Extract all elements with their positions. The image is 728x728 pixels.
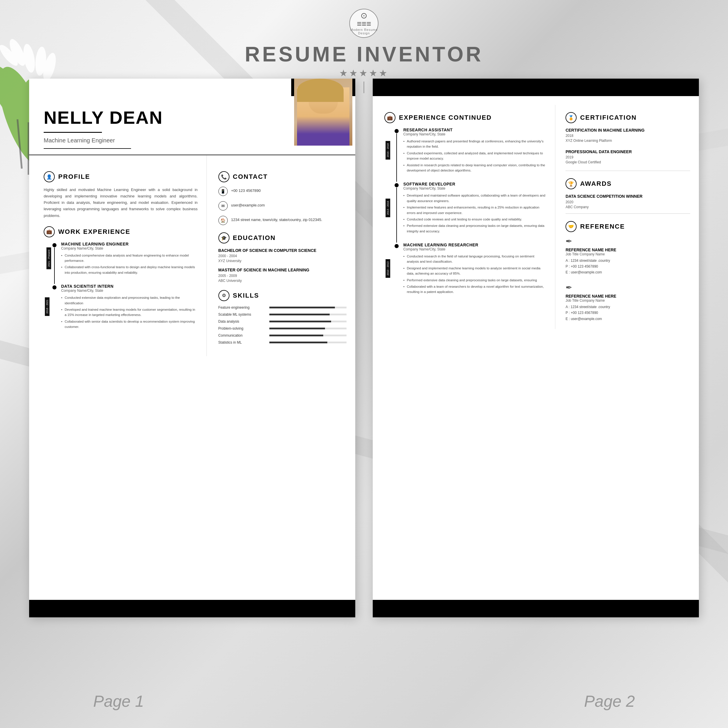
award1-title: DATA SCIENCE COMPETITION WINNER (566, 194, 690, 199)
page2-body: 💼 EXPERIENCE CONTINUED 2016 - 2018 RESEA… (373, 96, 699, 338)
skill3-bar-container (269, 321, 347, 322)
job2-dot (52, 285, 57, 289)
degree1-school: XYZ University (219, 259, 347, 263)
background: ⊙≡≡≡ Modern Resume Design RESUME INVENTO… (0, 0, 728, 728)
expjob1-bullets: Authored research papers and presented f… (403, 139, 546, 173)
skill2-bar-container (269, 314, 347, 315)
address-icon: 🏠 (219, 216, 228, 225)
skill-2: Scalable ML systems (219, 312, 347, 317)
email-icon: ✉ (219, 201, 228, 211)
ref2-address: A : 1234 street/state .country (566, 304, 690, 310)
cert-section-header: 🏅 CERTIFICATION (566, 112, 690, 123)
job2-company: Company Name/City, State (61, 289, 198, 293)
expjob3-b3: Performed extensive data cleaning and pr… (403, 277, 546, 283)
skill-1: Feature engineering (219, 306, 347, 309)
exp-cont-icon: 💼 (384, 112, 395, 123)
award-1: DATA SCIENCE COMPETITION WINNER 2020 ABC… (566, 194, 690, 209)
ref1-email: E : user@example.com (566, 269, 690, 275)
brand-title: RESUME INVENTOR (245, 42, 483, 66)
page-1: NELLY DEAN Machine Learning Engineer 👤 P… (29, 79, 355, 617)
edu-degree-2: MASTER OF SCIENCE IN MACHINE LEARNING 20… (219, 267, 347, 283)
awards-icon: 🏆 (566, 178, 577, 189)
job1-bullet-1: Conducted comprehensive data analysis an… (61, 253, 198, 263)
degree1-name: BACHELOR OF SCIENCE IN COMPUTER SCIENCE (219, 248, 347, 253)
skill-6: Statistics in ML (219, 340, 347, 344)
ref-section-header: 🤝 REFERENCE (566, 221, 690, 232)
contact-address-item: 🏠 1234 street name, town/city, state/cou… (219, 216, 347, 225)
contact-icon: 📞 (219, 171, 229, 182)
ref2-name: REFERENCE NAME HERE (566, 294, 690, 298)
skills-title: SKILLS (233, 292, 259, 299)
award1-company: ABC Company (566, 205, 690, 209)
pages-container: NELLY DEAN Machine Learning Engineer 👤 P… (29, 79, 699, 617)
job1-line (54, 248, 55, 284)
page1-header: NELLY DEAN Machine Learning Engineer (29, 79, 355, 155)
profile-title: PROFILE (58, 173, 90, 180)
cert1-year: 2018 (566, 134, 690, 138)
page-2: 💼 EXPERIENCE CONTINUED 2016 - 2018 RESEA… (373, 79, 699, 617)
exp-job-1: 2016 - 2018 RESEARCH ASSISTANT Company N… (403, 127, 546, 173)
cert1-title: CERTIFICATION IN MACHINE LEARNING (566, 127, 690, 133)
edu-degree-1: BACHELOR OF SCIENCE IN COMPUTER SCIENCE … (219, 248, 347, 263)
ref2-phone: P : +00 123 4567890 (566, 310, 690, 316)
expjob3-title: MACHINE LEARNING RESEARCHER (403, 243, 546, 247)
page2-header-bar (373, 79, 699, 96)
exp-cont-timeline: 2016 - 2018 RESEARCH ASSISTANT Company N… (384, 127, 546, 295)
skill6-bar-fill (269, 341, 327, 343)
job2-bullets: Conducted extensive data exploration and… (61, 295, 198, 329)
work-section-header: 💼 WORK EXPERIENCE (44, 226, 198, 237)
expjob3-company: Company Name/City, State (403, 247, 546, 251)
degree2-name: MASTER OF SCIENCE IN MACHINE LEARNING (219, 267, 347, 272)
contact-address: 1234 street name, town/city, state/count… (231, 216, 322, 223)
name-divider (44, 132, 102, 133)
degree2-years: 2005 - 2009 (219, 274, 347, 278)
ref1-address: A : 1234 street/state .country (566, 258, 690, 263)
skill2-name: Scalable ML systems (219, 312, 265, 317)
degree1-years: 2000 - 2004 (219, 254, 347, 258)
expjob1-date: 2016 - 2018 (385, 141, 390, 159)
skill3-bar-fill (269, 321, 331, 322)
ref1-jobtitle: Job Title Company Name (566, 252, 690, 256)
resume-name: NELLY DEAN (44, 108, 271, 127)
page2-label: Page 2 (584, 692, 635, 711)
name-title-block: NELLY DEAN Machine Learning Engineer (44, 108, 341, 149)
job1-bullet-2: Collaborated with cross-functional teams… (61, 265, 198, 275)
ref2-jobtitle: Job Title Company Name (566, 298, 690, 303)
awards-divider (566, 213, 690, 214)
job2-date: 2018 - 2021 (45, 297, 49, 316)
contact-phone: +00 123 4567890 (231, 187, 261, 194)
expjob2-dot (395, 183, 399, 187)
skill4-name: Problem-solving (219, 326, 265, 330)
expjob2-date: 2013 - 2016 (385, 199, 390, 217)
expjob2-b1: Developed and maintained software applic… (403, 193, 546, 203)
job2-title: DATA SCIENTIST INTERN (61, 284, 198, 289)
cert-title: CERTIFICATION (580, 114, 636, 121)
expjob3-b1: Conducted research in the field of natur… (403, 254, 546, 265)
cert1-org: XYZ Online Learning Platform (566, 139, 690, 143)
ref-2: ✒ REFERENCE NAME HERE Job Title Company … (566, 283, 690, 322)
job1-date: 2021 - Present (47, 248, 51, 269)
expjob2-company: Company Name/City, State (403, 187, 546, 190)
expjob1-b3: Assisted in research projects related to… (403, 162, 546, 173)
ref-1: ✒ REFERENCE NAME HERE Job Title Company … (566, 237, 690, 275)
skill3-name: Data analysis (219, 320, 265, 324)
awards-title: AWARDS (580, 180, 612, 188)
work-icon: 💼 (44, 226, 55, 237)
job2-bullet-3: Collaborated with senior data scientists… (61, 319, 198, 330)
page1-body: 👤 PROFILE Highly skilled and motivated M… (29, 155, 355, 356)
exp-cont-title: EXPERIENCE CONTINUED (399, 114, 492, 121)
skills-section-header: ⚙ SKILLS (219, 290, 347, 301)
skills-list: Feature engineering Scalable ML systems (219, 306, 347, 344)
job1-dot (52, 243, 57, 247)
page1-footer-bar (29, 600, 355, 617)
expjob1-title: RESEARCH ASSISTANT (403, 127, 546, 132)
ref1-name: REFERENCE NAME HERE (566, 248, 690, 252)
skill6-bar-container (269, 341, 347, 343)
expjob3-b4: Collaborated with a team of researchers … (403, 284, 546, 295)
page1-left-col: 👤 PROFILE Highly skilled and motivated M… (29, 155, 207, 356)
expjob3-b2: Designed and implemented machine learnin… (403, 266, 546, 276)
expjob1-line (396, 133, 397, 182)
expjob3-bullets: Conducted research in the field of natur… (403, 254, 546, 295)
contact-email: user@example.com (231, 201, 265, 208)
skill1-bar-fill (269, 307, 335, 308)
